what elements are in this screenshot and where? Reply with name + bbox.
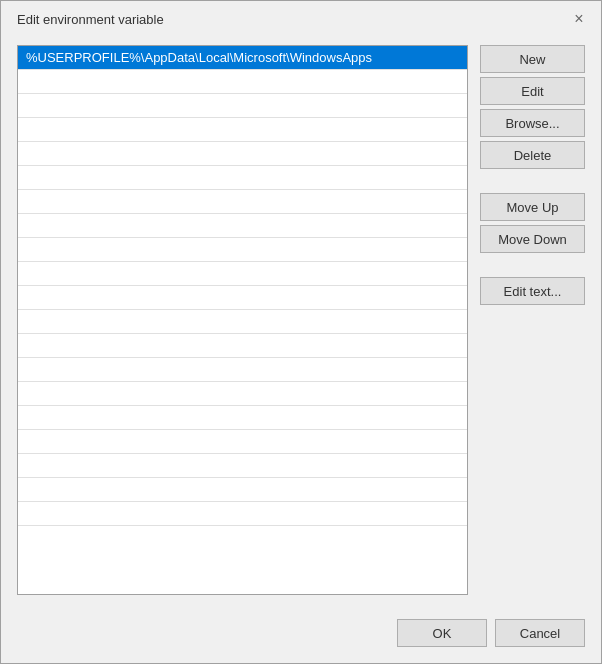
list-item[interactable] [18, 502, 467, 526]
list-item[interactable]: %USERPROFILE%\AppData\Local\Microsoft\Wi… [18, 46, 467, 70]
list-item[interactable] [18, 406, 467, 430]
buttons-panel: New Edit Browse... Delete Move Up Move D… [480, 45, 585, 595]
edit-button[interactable]: Edit [480, 77, 585, 105]
new-button[interactable]: New [480, 45, 585, 73]
cancel-button[interactable]: Cancel [495, 619, 585, 647]
list-item[interactable] [18, 358, 467, 382]
edit-env-var-dialog: Edit environment variable × %USERPROFILE… [0, 0, 602, 664]
list-item[interactable] [18, 94, 467, 118]
list-rows-container: %USERPROFILE%\AppData\Local\Microsoft\Wi… [18, 46, 467, 526]
env-var-list[interactable]: %USERPROFILE%\AppData\Local\Microsoft\Wi… [17, 45, 468, 595]
move-up-button[interactable]: Move Up [480, 193, 585, 221]
dialog-title: Edit environment variable [17, 12, 164, 27]
list-item[interactable] [18, 118, 467, 142]
edit-text-button[interactable]: Edit text... [480, 277, 585, 305]
list-item[interactable] [18, 382, 467, 406]
list-item[interactable] [18, 238, 467, 262]
title-bar: Edit environment variable × [1, 1, 601, 37]
move-down-button[interactable]: Move Down [480, 225, 585, 253]
list-item[interactable] [18, 142, 467, 166]
list-item[interactable] [18, 262, 467, 286]
browse-button[interactable]: Browse... [480, 109, 585, 137]
list-item[interactable] [18, 454, 467, 478]
close-button[interactable]: × [569, 9, 589, 29]
list-item[interactable] [18, 190, 467, 214]
list-item[interactable] [18, 478, 467, 502]
list-item[interactable] [18, 334, 467, 358]
dialog-footer: OK Cancel [1, 611, 601, 663]
ok-button[interactable]: OK [397, 619, 487, 647]
spacer2 [480, 257, 585, 273]
list-item[interactable] [18, 70, 467, 94]
dialog-body: %USERPROFILE%\AppData\Local\Microsoft\Wi… [1, 37, 601, 611]
delete-button[interactable]: Delete [480, 141, 585, 169]
list-item[interactable] [18, 214, 467, 238]
spacer1 [480, 173, 585, 189]
list-item[interactable] [18, 166, 467, 190]
list-item[interactable] [18, 286, 467, 310]
list-item[interactable] [18, 430, 467, 454]
list-item[interactable] [18, 310, 467, 334]
